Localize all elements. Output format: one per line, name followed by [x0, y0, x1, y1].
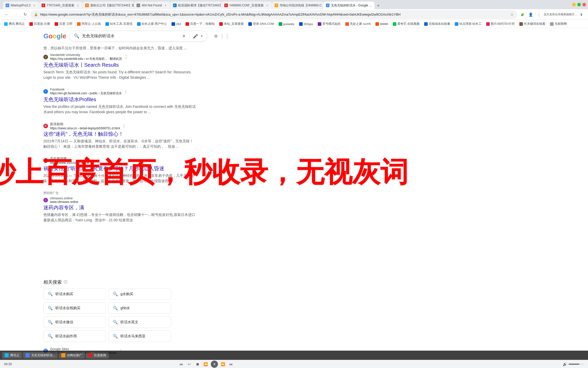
player-pause-btn[interactable]: ⏸: [211, 361, 218, 368]
result-more-vanderbilt[interactable]: ⋮: [124, 55, 128, 60]
tab-2[interactable]: B 77672440_百度搜索 ×: [39, 2, 82, 9]
logo-o2: o: [53, 32, 57, 40]
bookmark-label-wuchuzhi: 无处之家 such5: [350, 22, 371, 26]
tab-close-6[interactable]: ×: [265, 3, 269, 7]
related-item-0[interactable]: 🔍 听话水购买: [43, 288, 106, 300]
tab-close-1[interactable]: ×: [32, 3, 36, 7]
result-more-facebook[interactable]: ⋮: [124, 89, 128, 94]
result-more-163[interactable]: ⋮: [91, 158, 95, 163]
related-item-label-2: 听话水在线购买: [55, 306, 80, 310]
tab-close-2[interactable]: ×: [76, 3, 80, 7]
taskbar-item-tengxun[interactable]: 腾讯云: [2, 352, 22, 359]
tab-5[interactable]: 欧 欧亚国际看球【微信77672440】 ×: [170, 2, 222, 9]
tab-close-4[interactable]: ×: [164, 3, 168, 7]
download-icon[interactable]: ⬇: [578, 11, 585, 18]
tab-3[interactable]: 新 新欧亿公司【微信77672440】靠 ×: [83, 2, 134, 9]
bookmark-longhao[interactable]: 弄号模式如此: [316, 21, 343, 27]
related-search-icon-7: 🔍: [113, 334, 118, 339]
tab-8[interactable]: G 无色无味的听话水 - Google … ×: [323, 2, 374, 9]
forward-button[interactable]: →: [12, 11, 19, 18]
bookmark-domain-batch[interactable]: 在线域名站批量: [422, 21, 452, 27]
bookmark-aliyun[interactable]: 阿里云·上云就: [75, 21, 103, 27]
tab-6[interactable]: B 'HN6660.COM'_百度搜索 ×: [222, 2, 272, 9]
result-title-163[interactable]: 祸害女性的"听话水"，究竟有多可怕？几秒就让人昏迷: [43, 165, 197, 172]
clear-icon[interactable]: ✕: [182, 34, 186, 39]
volume-icon[interactable]: 🔊: [563, 362, 567, 366]
player-rewind-btn[interactable]: ↩: [186, 361, 192, 367]
related-item-5[interactable]: 🔍 听话水英文: [108, 316, 171, 328]
tab-label-6: 'HN6660.COM'_百度搜索: [229, 3, 264, 8]
player-prev-btn[interactable]: ⏮: [178, 361, 184, 367]
bookmark-godaddy[interactable]: godaddy: [277, 21, 297, 27]
ad-favicon: c: [43, 198, 48, 202]
search-icons: ✕ 🎤 ⌖: [182, 33, 203, 39]
bookmark-icon-longhao: [318, 22, 321, 26]
tab-7[interactable]: 华 华纳公司投诉热线【HN6660.C… ×: [272, 2, 323, 9]
related-item-7[interactable]: 🔍 听话水马来西亚: [108, 330, 171, 342]
result-title-facebook[interactable]: 无色无味听话水Profiles: [43, 96, 197, 103]
apps-icon[interactable]: ⋮⋮: [221, 32, 228, 40]
related-item-6[interactable]: 🔍 听话水副作用: [43, 330, 106, 342]
bookmark-zhanzhangzhijia[interactable]: 站长之家·用户中心: [135, 21, 169, 27]
result-snippet-facebook: View the profiles of people named 无色无味听话…: [43, 104, 197, 115]
bookmark-tupian[interactable]: 图片/词/打印/行符: [484, 21, 517, 27]
tab-close-8[interactable]: ×: [374, 3, 374, 7]
related-info-icon[interactable]: ⓘ: [64, 280, 67, 284]
taskbar-item-baidu-news[interactable]: 百度新闻: [86, 352, 109, 359]
bookmark-label-baidu-reg: 百度急·注册: [34, 22, 50, 26]
bookmark-baidu-reg[interactable]: 百度急·注册: [27, 21, 52, 27]
refresh-button[interactable]: ↻: [21, 11, 29, 18]
window-close[interactable]: [582, 3, 586, 6]
player-forward-btn[interactable]: ⏩: [220, 361, 226, 367]
bookmark-263[interactable]: 263: [169, 21, 183, 27]
window-minimize[interactable]: [572, 3, 576, 6]
taskbar-item-wusewo[interactable]: 无色无味的听话...: [23, 352, 58, 359]
taskbar-icon-banwang: [61, 353, 65, 357]
lens-icon[interactable]: ⌖: [201, 34, 203, 38]
taskbar-item-banwang[interactable]: 办网址推广: [59, 352, 85, 359]
back-button[interactable]: ←: [3, 11, 10, 18]
bookmark-baidu-search[interactable]: 百度一下，你都知: [183, 21, 217, 27]
bookmark-dns[interactable]: 登录-DNS.COM: [246, 21, 276, 27]
content-area: G o o g l e 🔍 无色无味的听话水 ✕ 🎤 ⌖ ⚙ ⋮⋮: [0, 28, 588, 360]
settings-search-icon[interactable]: ⚙: [212, 32, 219, 40]
result-url-vanderbilt: https://my.vanderbilt.edu › s=无色无味听... ·…: [50, 57, 122, 61]
bookmark-263yps[interactable]: 263yps: [297, 21, 315, 27]
settings-icon[interactable]: ⋮: [535, 11, 543, 18]
player-stop-btn[interactable]: ⏹: [194, 361, 201, 367]
bookmark-wuchuzhi[interactable]: 无处之家 such5: [343, 21, 373, 27]
bookmark-star-icon[interactable]: ☆: [510, 12, 514, 17]
voice-search-icon[interactable]: 🎤: [193, 34, 198, 39]
player-next-btn[interactable]: ⏭: [228, 361, 234, 367]
bookmark-zhandian[interactable]: 站点理差·站长工: [453, 21, 484, 27]
bookmark-zhanzhangtool[interactable]: 站长工具-百度优: [103, 21, 134, 27]
search-input-box[interactable]: 🔍 无色无味的听话水 ✕ 🎤 ⌖: [69, 31, 207, 41]
player-back-btn[interactable]: ⏪: [203, 361, 209, 367]
bookmark-tengxun[interactable]: 腾讯·腾讯云: [2, 21, 27, 27]
volume-slider[interactable]: [569, 364, 584, 365]
address-bar[interactable]: 🔒 https://www.google.com/search?q=无色无味的听…: [31, 10, 517, 19]
player-bar: 04:29 ⏮ ↩ ⏹ ⏪ ⏸ ⏩ ⏭ 🔊: [0, 360, 588, 368]
related-item-4[interactable]: 🔍 听话水微信: [43, 316, 106, 328]
tab-4[interactable]: ! 404 Not Found ×: [134, 2, 170, 9]
bookmark-iqiyi[interactable]: 爱奇艺·在线视频: [391, 21, 422, 27]
bookmark-label-263: 263: [176, 22, 181, 26]
related-item-label-7: 听话水马来西亚: [120, 334, 145, 339]
tab-1[interactable]: M iMarkupPro2.2 ×: [3, 2, 39, 9]
new-tab-button[interactable]: +: [375, 2, 382, 9]
profile-icon[interactable]: 👤: [527, 11, 534, 18]
result-title-vanderbilt[interactable]: 无色无味听话水丨Search Results: [43, 62, 197, 68]
related-item-1[interactable]: 🔍 g水购买: [108, 288, 171, 300]
bookmark-changguanjian[interactable]: 长关键词在线看: [517, 21, 547, 27]
related-item-3[interactable]: 🔍 ghb水: [108, 302, 171, 314]
window-maximize[interactable]: [577, 3, 581, 6]
bookmark-baidu2[interactable]: 百度·立即: [53, 21, 74, 27]
bookmark-benzan[interactable]: 本站_百度搜索: [217, 21, 246, 27]
bookmark-wuquanxian[interactable]: 无权限网: [548, 21, 569, 27]
result-title-xinlang[interactable]: 这些"迷药"，无色无味！触目惊心！: [43, 131, 197, 137]
ad-title[interactable]: 迷药内容专区，满: [43, 204, 197, 211]
bookmark-88888[interactable]: 88888: [373, 21, 390, 27]
extensions-icon[interactable]: 🧩: [519, 11, 526, 18]
related-item-2[interactable]: 🔍 听话水在线购买: [43, 302, 106, 314]
result-more-xinlang[interactable]: ⋮: [122, 124, 126, 129]
